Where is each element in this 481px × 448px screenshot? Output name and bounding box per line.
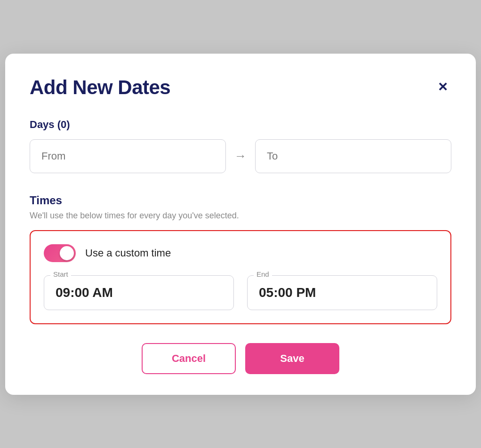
date-row: → — [30, 139, 451, 173]
end-time-wrapper: End — [247, 275, 437, 310]
start-time-wrapper: Start — [44, 275, 234, 310]
end-time-label: End — [254, 270, 272, 278]
times-description: We'll use the below times for every day … — [30, 211, 451, 221]
from-date-input[interactable] — [30, 139, 226, 173]
end-time-input[interactable] — [247, 275, 437, 310]
modal-header: Add New Dates × — [30, 76, 451, 99]
custom-time-label: Use a custom time — [85, 247, 171, 259]
modal-footer: Cancel Save — [30, 343, 451, 374]
custom-time-box: Use a custom time Start End — [30, 230, 451, 324]
arrow-separator: → — [234, 149, 247, 163]
days-section-label: Days (0) — [30, 119, 451, 131]
toggle-thumb — [60, 246, 74, 260]
start-time-input[interactable] — [44, 275, 234, 310]
start-time-label: Start — [50, 270, 71, 278]
modal-dialog: Add New Dates × Days (0) → Times We'll u… — [5, 54, 476, 395]
close-button[interactable]: × — [434, 76, 451, 96]
to-date-input[interactable] — [255, 139, 451, 173]
time-fields-row: Start End — [44, 275, 437, 310]
modal-title: Add New Dates — [30, 76, 170, 99]
save-button[interactable]: Save — [245, 343, 339, 374]
times-section-title: Times — [30, 194, 451, 207]
cancel-button[interactable]: Cancel — [142, 343, 236, 374]
modal-overlay: Add New Dates × Days (0) → Times We'll u… — [0, 0, 481, 448]
toggle-row: Use a custom time — [44, 244, 437, 262]
custom-time-toggle[interactable] — [44, 244, 76, 262]
